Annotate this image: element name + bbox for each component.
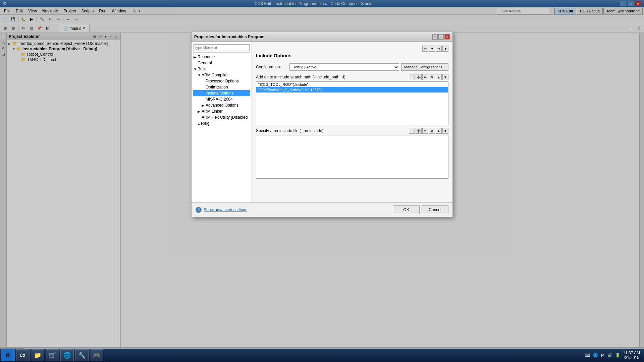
config-row: Configuration: Debug [ Active ] Manage C… (256, 63, 448, 71)
build-label: Build (198, 67, 207, 71)
include-down-btn[interactable]: ▼ (442, 74, 448, 80)
time-display: 11:37 AM (623, 351, 640, 355)
preinclude-text: Specify a preinclude file (--preinclude) (256, 128, 323, 133)
preinclude-label: Specify a preinclude file (--preinclude)… (256, 128, 448, 134)
include-list: "${CG_TOOL_ROOT}/include" "C:\ti\TivaWar… (256, 81, 448, 125)
modal-footer: ? Show advanced settings OK Cancel (192, 202, 452, 217)
tree-toggle-build: ▼ (194, 67, 198, 71)
taskbar-keyboard-icon: ⌨ (585, 353, 590, 358)
misra-label: MISRA-C:2004 (206, 97, 233, 102)
tree-toggle-advanced: ▶ (202, 104, 206, 107)
include-add-file-btn[interactable]: 📄 (409, 74, 415, 80)
modal-title-bar: Properties for Instructables Program ─ □… (192, 32, 452, 42)
modal-tree-general[interactable]: General (193, 60, 250, 66)
arm-hex-label: ARM Hex Utility [Disabled (202, 115, 248, 120)
optimization-label: Optimization (206, 85, 228, 89)
modal-tree-arm-linker[interactable]: ▶ ARM Linker (193, 108, 250, 114)
taskbar-store[interactable]: 🛒 (46, 349, 59, 361)
nav-dropdown2-btn[interactable]: ▾ (442, 46, 448, 52)
modal-tree-debug[interactable]: Debug (193, 120, 250, 126)
taskbar-game[interactable]: 🎮 (90, 349, 103, 361)
include-edit-btn[interactable]: ✏ (422, 74, 428, 80)
preinclude-delete-btn[interactable]: ✕ (429, 128, 435, 134)
footer-right: OK Cancel (393, 205, 448, 214)
arm-linker-label: ARM Linker (202, 109, 223, 114)
preinclude-section: Specify a preinclude file (--preinclude)… (256, 128, 448, 198)
taskbar-right: ⌨ 🌐 🏳 🔊 🔋 11:37 AM 3/1/2015 (585, 351, 643, 360)
modal-close-btn[interactable]: ✕ (444, 34, 450, 40)
modal-tree-include-options[interactable]: Include Options (193, 90, 250, 96)
cancel-button[interactable]: Cancel (422, 205, 448, 214)
right-panel-title: Include Options (256, 53, 448, 60)
nav-forward-btn[interactable]: ➡ (436, 46, 442, 52)
modal-minimize-btn[interactable]: ─ (432, 34, 438, 40)
preinclude-up-btn[interactable]: ▲ (436, 128, 442, 134)
config-select[interactable]: Debug [ Active ] (289, 63, 399, 71)
modal-settings-tree: ▶ Resource General ▼ Build ▼ ARM Compile… (192, 42, 252, 202)
debug-label: Debug (198, 121, 209, 126)
modal-tree-misra[interactable]: MISRA-C:2004 (193, 96, 250, 102)
include-section-header: Add dir to #include search path (--inclu… (256, 74, 448, 80)
preinclude-down-btn[interactable]: ▼ (442, 128, 448, 134)
nav-dropdown-btn[interactable]: ▾ (429, 46, 435, 52)
footer-left: ? Show advanced settings (196, 207, 247, 213)
modal-tree-processor[interactable]: Processor Options (193, 78, 250, 84)
tree-toggle-arm-compiler: ▼ (198, 73, 202, 77)
preinclude-add-btn[interactable]: ➕ (416, 128, 422, 134)
advanced-label: Advanced Options (206, 103, 238, 108)
taskbar-flag-icon: 🏳 (601, 353, 605, 358)
taskbar-volume-icon: 🔊 (607, 353, 612, 358)
config-label: Configuration: (256, 65, 289, 69)
modal-body: ▶ Resource General ▼ Build ▼ ARM Compile… (192, 42, 452, 202)
include-options-label: Include Options (206, 91, 233, 96)
arm-compiler-label: ARM Compiler (202, 73, 228, 77)
modal-tree-build[interactable]: ▼ Build (193, 66, 250, 72)
preinclude-actions: 📄 ➕ ✏ ✕ ▲ ▼ (409, 128, 448, 134)
taskbar-tools[interactable]: 🔧 (75, 349, 89, 361)
preinclude-list (256, 135, 448, 179)
modal-tree-arm-hex[interactable]: ARM Hex Utility [Disabled (193, 114, 250, 120)
include-section: Add dir to #include search path (--inclu… (256, 74, 448, 125)
preinclude-edit-btn[interactable]: ✏ (422, 128, 428, 134)
include-add-btn[interactable]: ➕ (416, 74, 422, 80)
modal-controls: ─ □ ✕ (432, 34, 450, 40)
taskbar-file-manager[interactable]: 🗂 (16, 349, 30, 361)
start-button[interactable]: ⊞ (1, 349, 15, 361)
include-section-label: Add dir to #include search path (--inclu… (256, 75, 345, 79)
date-display: 3/1/2015 (624, 355, 639, 360)
modal-title: Properties for Instructables Program (194, 35, 264, 39)
taskbar-battery-icon: 🔋 (615, 353, 620, 358)
taskbar-network-icon: 🌐 (593, 353, 598, 358)
ok-button[interactable]: OK (393, 205, 420, 214)
include-up-btn[interactable]: ▲ (436, 74, 442, 80)
resource-label: Resource (198, 55, 215, 59)
taskbar-time: 11:37 AM 3/1/2015 (623, 351, 640, 360)
question-icon: ? (196, 207, 202, 213)
taskbar-browser[interactable]: 🌐 (60, 349, 74, 361)
include-path-0[interactable]: "${CG_TOOL_ROOT}/include" (256, 82, 448, 87)
tree-toggle-resource: ▶ (194, 55, 198, 59)
include-delete-btn[interactable]: ✕ (429, 74, 435, 80)
modal-tree-advanced[interactable]: ▶ Advanced Options (193, 102, 250, 108)
filter-container (193, 43, 250, 53)
modal-overlay: Properties for Instructables Program ─ □… (0, 0, 644, 362)
preinclude-add-file-btn[interactable]: 📄 (409, 128, 415, 134)
tree-toggle-arm-linker: ▶ (198, 110, 202, 113)
filter-input[interactable] (194, 44, 250, 51)
modal-tree-arm-compiler[interactable]: ▼ ARM Compiler (193, 72, 250, 78)
taskbar: ⊞ 🗂 📁 🛒 🌐 🔧 🎮 ⌨ 🌐 🏳 🔊 🔋 11:37 AM 3/1/201… (0, 349, 644, 362)
include-path-1[interactable]: "C:\ti\TivaWare_C_Series-2.1.0.12573" (256, 87, 448, 93)
manage-configs-btn[interactable]: Manage Configurations... (401, 63, 448, 71)
modal-right-panel: ⬅ ▾ ➡ ▾ Include Options Configuration: D… (252, 42, 452, 202)
nav-arrows: ⬅ ▾ ➡ ▾ (256, 46, 448, 52)
modal-tree-optimization[interactable]: Optimization (193, 84, 250, 90)
include-list-actions: 📄 ➕ ✏ ✕ ▲ ▼ (409, 74, 448, 80)
nav-back-btn[interactable]: ⬅ (422, 46, 428, 52)
general-label: General (198, 61, 212, 65)
modal-maximize-btn[interactable]: □ (438, 34, 444, 40)
show-advanced-link[interactable]: Show advanced settings (204, 207, 247, 212)
taskbar-explorer[interactable]: 📁 (31, 349, 44, 361)
processor-label: Processor Options (206, 79, 239, 83)
properties-modal: Properties for Instructables Program ─ □… (191, 32, 453, 217)
modal-tree-resource[interactable]: ▶ Resource (193, 54, 250, 60)
